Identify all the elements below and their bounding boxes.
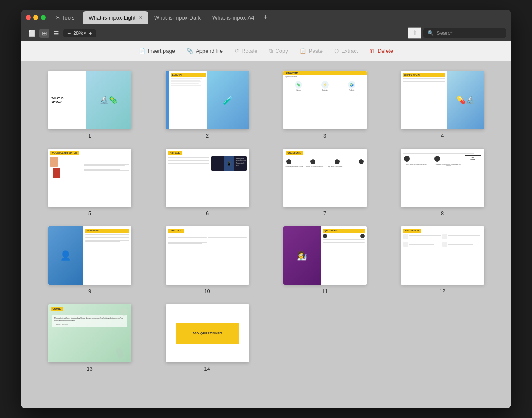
page-item[interactable]: YourQuestion Who is most at risk of seve… [387, 149, 498, 216]
zoom-out-button[interactable]: − [66, 30, 72, 37]
rotate-icon: ↺ [234, 48, 239, 54]
zoom-control: − 28% ▾ + [63, 29, 96, 37]
paste-label: Paste [309, 48, 323, 54]
page-thumbnail: PRACTICE [166, 226, 249, 285]
tab-label: What-is-mpox-Dark [154, 15, 201, 21]
grid-icon: ⊞ [42, 30, 47, 37]
search-placeholder: Search [436, 30, 453, 36]
tab-close-icon[interactable]: ✕ [139, 15, 143, 20]
page-item[interactable]: DISCUSSION [387, 226, 498, 294]
page-item[interactable]: QUESTIONS What is mpox and how does it s… [269, 149, 380, 216]
page-thumbnail: LEAD-IN 🧪 [166, 71, 249, 129]
delete-label: Delete [377, 48, 393, 54]
page-number: 12 [439, 288, 445, 294]
page-number: 5 [88, 210, 91, 216]
page-number: 10 [204, 288, 210, 294]
sidebar-icon: ⬜ [28, 30, 35, 37]
copy-label: Copy [275, 48, 288, 54]
app-window: ✂ Tools What-is-mpox-Light ✕ What-is-mpo… [21, 10, 511, 408]
insert-page-button[interactable]: 📄 Insert page [134, 45, 180, 57]
copy-icon: ⧉ [269, 48, 273, 54]
insert-page-icon: 📄 [139, 48, 145, 54]
page-number: 1 [88, 133, 91, 139]
maximize-button[interactable] [41, 15, 46, 20]
page-thumbnail: 👤 SCANNING [48, 226, 131, 285]
list-icon: ☰ [54, 30, 59, 37]
tab-what-is-mpox-dark[interactable]: What-is-mpox-Dark [148, 11, 207, 24]
copy-button[interactable]: ⧉ Copy [264, 45, 293, 57]
tools-label: Tools [62, 15, 74, 21]
page-thumbnail: WHAT'S MPOX? 💊🔬 [401, 71, 484, 129]
page-number: 4 [441, 133, 444, 139]
page-item[interactable]: 👤 SCANNING [34, 226, 145, 294]
extract-button[interactable]: ⬡ Extract [329, 45, 363, 57]
sidebar-toggle-button[interactable]: ⬜ [26, 29, 38, 38]
page-thumbnail: QUESTIONS What is mpox and how does it s… [283, 149, 367, 207]
page-item[interactable]: ARTICLE [152, 149, 263, 216]
page-item[interactable]: WHAT ISMPOX? 🔬🦠 1 [34, 71, 145, 139]
page-number: 8 [441, 210, 444, 216]
tab-label: What-is-mpox-A4 [212, 15, 254, 21]
extract-icon: ⬡ [334, 48, 339, 54]
page-thumbnail: DISCUSSION [401, 226, 484, 285]
paste-icon: 📋 [300, 48, 306, 54]
page-thumbnail: 👩‍🔬 QUESTIONS [283, 226, 367, 285]
tab-what-is-mpox-light[interactable]: What-is-mpox-Light ✕ [83, 11, 148, 24]
paste-button[interactable]: 📋 Paste [295, 45, 328, 57]
toolbar: ⬜ ⊞ ☰ − 28% ▾ + ⬆ 🔍 Search [21, 25, 511, 41]
page-thumbnail: WHAT ISMPOX? 🔬🦠 [48, 71, 131, 129]
pages-area: WHAT ISMPOX? 🔬🦠 1 LEAD-IN [21, 61, 511, 408]
page-number: 14 [204, 366, 210, 372]
page-thumbnail: SYNONYMS Explain the difference 🦠 Outbre… [283, 71, 367, 129]
grid-view-button[interactable]: ⊞ [39, 29, 49, 38]
pages-grid: WHAT ISMPOX? 🔬🦠 1 LEAD-IN [34, 71, 498, 372]
new-tab-button[interactable]: + [260, 12, 271, 23]
page-thumbnail: VOCABULARY MATCH [48, 149, 131, 207]
append-file-icon: 📎 [187, 48, 193, 54]
delete-button[interactable]: 🗑 Delete [365, 45, 398, 57]
page-number: 2 [206, 133, 209, 139]
page-number: 3 [323, 133, 326, 139]
rotate-button[interactable]: ↺ Rotate [229, 45, 262, 57]
tab-label: What-is-mpox-Light [89, 15, 135, 21]
append-file-button[interactable]: 📎 Append file [182, 45, 228, 57]
page-thumbnail: ARTICLE [166, 149, 249, 207]
page-item[interactable]: ANY QUESTIONS? 14 [152, 304, 263, 372]
page-item[interactable]: SYNONYMS Explain the difference 🦠 Outbre… [269, 71, 380, 139]
page-number: 6 [206, 210, 209, 216]
page-number: 11 [322, 288, 328, 294]
minimize-button[interactable] [33, 15, 38, 20]
traffic-lights [26, 15, 46, 20]
append-file-label: Append file [196, 48, 223, 54]
page-number: 7 [323, 210, 326, 216]
chevron-down-icon: ▾ [84, 31, 86, 35]
page-item[interactable]: QUOTE The pandemic reinforces what we al… [34, 304, 145, 372]
tab-what-is-mpox-a4[interactable]: What-is-mpox-A4 [207, 11, 260, 24]
page-thumbnail: QUOTE The pandemic reinforces what we al… [48, 304, 131, 362]
page-item[interactable]: 👩‍🔬 QUESTIONS [269, 226, 380, 294]
page-number: 13 [86, 366, 92, 372]
page-number: 9 [88, 288, 91, 294]
action-bar: 📄 Insert page 📎 Append file ↺ Rotate ⧉ C… [21, 41, 511, 61]
page-item[interactable]: VOCABULARY MATCH [34, 149, 145, 216]
delete-icon: 🗑 [369, 48, 375, 54]
tab-bar: What-is-mpox-Light ✕ What-is-mpox-Dark W… [83, 11, 506, 24]
list-view-button[interactable]: ☰ [51, 29, 62, 38]
share-button[interactable]: ⬆ [408, 27, 421, 39]
zoom-level-display: 28% [73, 30, 83, 36]
scissors-icon: ✂ [56, 15, 60, 21]
titlebar: ✂ Tools What-is-mpox-Light ✕ What-is-mpo… [21, 10, 511, 25]
page-item[interactable]: PRACTICE [152, 226, 263, 294]
close-button[interactable] [26, 15, 31, 20]
tools-button[interactable]: ✂ Tools [52, 14, 78, 22]
share-icon: ⬆ [412, 30, 417, 37]
page-item[interactable]: WHAT'S MPOX? 💊🔬 4 [387, 71, 498, 139]
extract-label: Extract [341, 48, 358, 54]
rotate-label: Rotate [241, 48, 257, 54]
insert-page-label: Insert page [148, 48, 175, 54]
page-thumbnail: ANY QUESTIONS? [166, 304, 249, 362]
search-box[interactable]: 🔍 Search [423, 28, 506, 38]
zoom-in-button[interactable]: + [87, 30, 94, 37]
page-thumbnail: YourQuestion Who is most at risk of seve… [401, 149, 484, 207]
page-item[interactable]: LEAD-IN 🧪 [152, 71, 263, 139]
